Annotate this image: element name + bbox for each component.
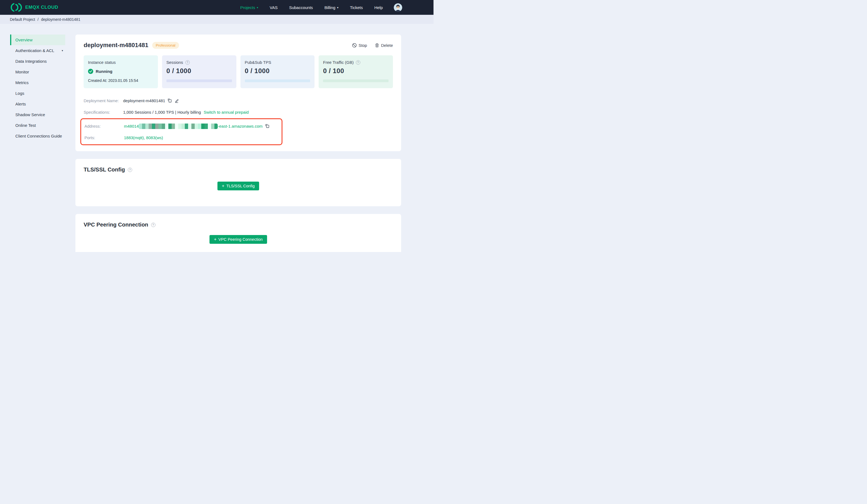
- redacted-pixel: [195, 123, 198, 129]
- sidebar-item-label: Data Integrations: [15, 59, 46, 64]
- redacted-pixel: [178, 123, 182, 129]
- deployment-title: deployment-m4801481: [84, 42, 148, 49]
- sessions-card: Sessions ? 0 / 1000: [162, 55, 236, 88]
- help-icon[interactable]: ?: [151, 223, 156, 227]
- chevron-down-icon: ▾: [257, 6, 258, 9]
- redacted-pixel: [188, 123, 191, 129]
- redacted-pixel: [185, 123, 188, 129]
- delete-label: Delete: [381, 43, 393, 48]
- breadcrumb-project-link[interactable]: Default Project: [10, 17, 35, 22]
- nav-item-label: VAS: [269, 5, 278, 10]
- nav-item-label: Subaccounts: [289, 5, 313, 10]
- help-icon[interactable]: ?: [185, 60, 190, 65]
- sidebar-item[interactable]: Client Connections Guide ▾: [10, 131, 65, 141]
- redacted-pixel: [155, 123, 159, 129]
- sidebar-item[interactable]: Authentication & ACL ▾: [10, 45, 65, 56]
- redacted-pixel: [211, 123, 214, 129]
- sidebar-item-label: Monitor: [15, 69, 29, 74]
- sidebar-item[interactable]: Logs ▾: [10, 88, 65, 99]
- specifications-label: Specifications:: [84, 110, 123, 114]
- sidebar-item[interactable]: Overview ▾: [10, 34, 65, 45]
- nav-item[interactable]: Billing ▾: [324, 5, 338, 10]
- redacted-pixel: [205, 123, 208, 129]
- breadcrumb-current: deployment-m4801481: [41, 17, 81, 22]
- plan-badge: Professional: [152, 42, 179, 49]
- add-vpc-peering-label: VPC Peering Connection: [218, 237, 263, 242]
- redacted-pixel: [191, 123, 195, 129]
- stop-icon: [352, 43, 357, 48]
- edit-icon[interactable]: [174, 98, 179, 103]
- sidebar-item[interactable]: Shadow Service ▾: [10, 109, 65, 120]
- nav-item[interactable]: VAS ▾: [269, 5, 278, 10]
- sessions-progress-bar: [167, 79, 232, 82]
- created-at: Created At: 2023.01.05 15:54: [88, 78, 153, 83]
- redacted-pixel: [175, 123, 178, 129]
- sidebar-item-label: Alerts: [15, 102, 26, 106]
- traffic-value: 0 / 100: [323, 67, 388, 75]
- avatar[interactable]: [394, 3, 402, 12]
- plus-icon: +: [214, 237, 216, 242]
- nav-menu: Projects ▾ VAS ▾ Subaccounts ▾ Billing ▾…: [240, 5, 383, 10]
- redacted-pixel: [201, 123, 205, 129]
- nav-item[interactable]: Help ▾: [374, 5, 383, 10]
- instance-status-value: Running: [96, 69, 113, 74]
- sidebar-item[interactable]: Online Test ▾: [10, 120, 65, 131]
- sessions-label: Sessions: [167, 60, 183, 65]
- sidebar-item-label: Online Test: [15, 123, 36, 128]
- vpc-peering-card: VPC Peering Connection ? + VPC Peering C…: [75, 214, 401, 252]
- sessions-value: 0 / 1000: [167, 67, 232, 75]
- chevron-down-icon: ▾: [62, 49, 63, 52]
- chevron-down-icon: ▾: [337, 6, 338, 9]
- address-label: Address:: [84, 124, 124, 129]
- sidebar: Overview ▾ Authentication & ACL ▾ Data I…: [0, 34, 75, 252]
- sidebar-item[interactable]: Monitor ▾: [10, 67, 65, 77]
- tls-ssl-title: TLS/SSL Config: [84, 166, 125, 173]
- overview-card: deployment-m4801481 Professional Stop: [75, 34, 401, 151]
- redacted-pixel: [208, 123, 211, 129]
- copy-icon[interactable]: [265, 124, 269, 128]
- nav-item[interactable]: Projects ▾: [240, 5, 258, 10]
- sidebar-item[interactable]: Metrics ▾: [10, 77, 65, 88]
- redacted-pixel: [152, 123, 155, 129]
- add-tls-ssl-button[interactable]: + TLS/SSL Config: [217, 182, 259, 190]
- brand-name: EMQX CLOUD: [25, 5, 58, 10]
- delete-button[interactable]: Delete: [375, 43, 393, 48]
- sidebar-item-label: Shadow Service: [15, 112, 45, 117]
- sidebar-item[interactable]: Data Integrations ▾: [10, 56, 65, 67]
- redacted-pixel: [214, 123, 218, 129]
- stop-button[interactable]: Stop: [352, 43, 367, 48]
- redacted-pixel: [162, 123, 165, 129]
- trash-icon: [375, 43, 379, 48]
- traffic-card: Free Traffic (GB) ? 0 / 100: [319, 55, 393, 88]
- redacted-pixel: [165, 123, 168, 129]
- tps-card: Pub&Sub TPS 0 / 1000: [240, 55, 315, 88]
- stop-label: Stop: [358, 43, 367, 48]
- redacted-pixel: [168, 123, 172, 129]
- add-vpc-peering-button[interactable]: + VPC Peering Connection: [210, 235, 267, 244]
- nav-item-label: Help: [374, 5, 383, 10]
- breadcrumb-separator: /: [38, 17, 39, 22]
- sidebar-item[interactable]: Alerts ▾: [10, 99, 65, 109]
- help-icon[interactable]: ?: [356, 60, 360, 65]
- redacted-pixel: [149, 123, 152, 129]
- switch-billing-link[interactable]: Switch to annual prepaid: [204, 110, 249, 114]
- traffic-label: Free Traffic (GB): [323, 60, 353, 65]
- traffic-progress-bar: [323, 79, 388, 82]
- address-suffix: -east-1.amazonaws.com: [218, 124, 263, 129]
- sidebar-item-label: Authentication & ACL: [15, 48, 54, 53]
- tps-progress-bar: [245, 79, 310, 82]
- copy-icon[interactable]: [168, 98, 172, 103]
- nav-item-label: Tickets: [350, 5, 363, 10]
- redacted-pixel: [145, 123, 149, 129]
- nav-item-label: Billing: [324, 5, 335, 10]
- redacted-pixel: [172, 123, 175, 129]
- sidebar-item-label: Client Connections Guide: [15, 134, 62, 138]
- brand[interactable]: EMQX CLOUD: [10, 1, 58, 14]
- add-tls-ssl-label: TLS/SSL Config: [226, 184, 255, 188]
- check-circle-icon: [88, 69, 93, 74]
- nav-item[interactable]: Subaccounts ▾: [289, 5, 313, 10]
- help-icon[interactable]: ?: [128, 168, 132, 172]
- sidebar-item-label: Metrics: [15, 80, 29, 85]
- top-nav: EMQX CLOUD Projects ▾ VAS ▾ Subaccounts …: [0, 0, 434, 15]
- nav-item[interactable]: Tickets ▾: [350, 5, 363, 10]
